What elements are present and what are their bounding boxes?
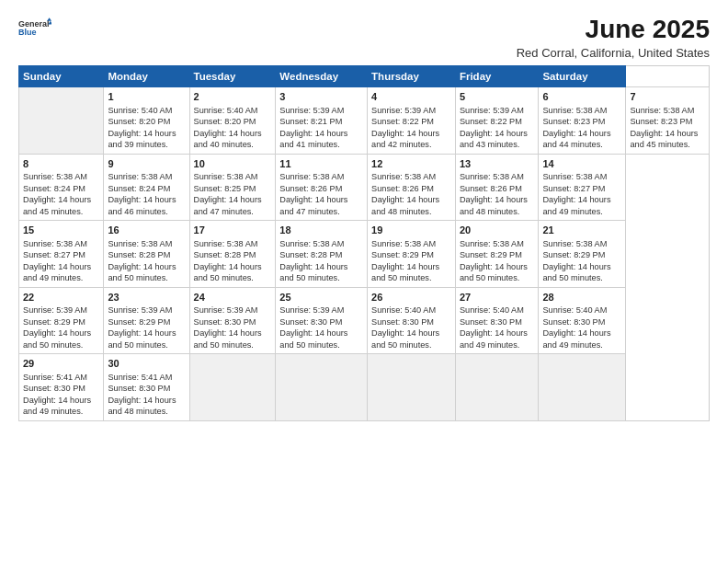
day-detail: Sunset: 8:30 PM [542,317,605,327]
day-number: 9 [108,157,185,171]
day-number: 10 [194,157,272,171]
day-detail: Sunrise: 5:38 AM [23,172,87,181]
day-detail: Daylight: 14 hours and 50 minutes. [23,328,91,349]
day-detail: Daylight: 14 hours and 50 minutes. [279,262,347,282]
day-number: 6 [542,90,621,104]
day-detail: Daylight: 14 hours and 49 minutes. [23,262,91,282]
day-detail: Sunset: 8:20 PM [194,117,256,126]
day-number: 4 [371,90,451,104]
calendar-cell: 26Sunrise: 5:40 AMSunset: 8:30 PMDayligh… [368,287,456,354]
day-detail: Sunrise: 5:39 AM [194,305,258,315]
day-detail: Sunrise: 5:38 AM [542,172,607,181]
day-number: 21 [542,224,621,237]
day-detail: Daylight: 14 hours and 50 minutes. [194,328,262,349]
day-detail: Sunrise: 5:38 AM [460,239,524,248]
day-detail: Sunset: 8:29 PM [542,250,605,259]
day-number: 3 [279,90,363,104]
day-detail: Sunrise: 5:40 AM [460,305,524,315]
day-detail: Sunset: 8:29 PM [108,317,170,327]
calendar-cell: 11Sunrise: 5:38 AMSunset: 8:26 PMDayligh… [276,154,368,221]
calendar-cell [455,354,539,421]
day-number: 12 [371,157,451,171]
day-detail: Sunset: 8:22 PM [371,117,434,126]
calendar-cell: 5Sunrise: 5:39 AMSunset: 8:22 PMDaylight… [455,87,539,155]
day-detail: Sunrise: 5:38 AM [194,239,258,248]
day-detail: Sunset: 8:29 PM [460,250,522,259]
calendar-cell [276,354,368,421]
day-number: 24 [194,291,272,304]
calendar-cell: 1Sunrise: 5:40 AMSunset: 8:20 PMDaylight… [104,87,189,155]
day-detail: Daylight: 14 hours and 49 minutes. [23,396,91,416]
day-detail: Sunset: 8:27 PM [23,250,85,259]
day-detail: Sunset: 8:22 PM [460,117,522,126]
day-detail: Sunrise: 5:40 AM [194,106,258,115]
day-number: 11 [279,157,363,171]
day-detail: Daylight: 14 hours and 42 minutes. [371,129,439,149]
day-number: 30 [108,357,185,371]
day-detail: Sunrise: 5:38 AM [542,106,607,115]
day-detail: Daylight: 14 hours and 50 minutes. [371,328,439,349]
day-detail: Daylight: 14 hours and 41 minutes. [279,129,347,149]
day-number: 17 [194,224,272,237]
day-detail: Sunrise: 5:39 AM [23,305,87,315]
day-number: 26 [371,291,451,304]
day-detail: Sunrise: 5:39 AM [279,305,344,315]
day-detail: Daylight: 14 hours and 48 minutes. [371,195,439,215]
sub-title: Red Corral, California, United States [517,46,710,60]
calendar-day-header: Wednesday [276,66,368,87]
day-detail: Sunrise: 5:41 AM [108,373,172,382]
day-detail: Sunset: 8:30 PM [23,384,85,393]
calendar-cell: 17Sunrise: 5:38 AMSunset: 8:28 PMDayligh… [189,221,276,288]
calendar-day-header: Saturday [539,66,626,87]
calendar-day-header: Tuesday [189,66,276,87]
day-number: 8 [23,157,99,171]
calendar-week-row: 1Sunrise: 5:40 AMSunset: 8:20 PMDaylight… [19,87,710,155]
calendar-cell [539,354,626,421]
calendar-cell: 22Sunrise: 5:39 AMSunset: 8:29 PMDayligh… [19,287,104,354]
day-number: 29 [23,357,99,371]
day-number: 19 [371,224,451,237]
calendar-day-header: Monday [104,66,189,87]
calendar-cell [19,87,104,155]
calendar-cell: 9Sunrise: 5:38 AMSunset: 8:24 PMDaylight… [104,154,189,221]
day-number: 14 [542,157,621,171]
calendar-cell: 19Sunrise: 5:38 AMSunset: 8:29 PMDayligh… [368,221,456,288]
day-detail: Daylight: 14 hours and 46 minutes. [108,195,176,215]
day-detail: Sunrise: 5:38 AM [23,239,87,248]
calendar-cell: 29Sunrise: 5:41 AMSunset: 8:30 PMDayligh… [19,354,104,421]
day-detail: Sunrise: 5:38 AM [371,239,436,248]
calendar-cell: 15Sunrise: 5:38 AMSunset: 8:27 PMDayligh… [19,221,104,288]
day-detail: Sunset: 8:30 PM [371,317,434,327]
day-detail: Sunrise: 5:39 AM [371,106,436,115]
day-number: 25 [279,291,363,304]
day-number: 20 [460,224,535,237]
day-detail: Daylight: 14 hours and 50 minutes. [279,328,347,349]
day-number: 28 [542,291,621,304]
svg-text:General: General [18,19,50,29]
day-detail: Sunset: 8:29 PM [23,317,85,327]
logo: General Blue [18,15,51,40]
calendar-cell [189,354,276,421]
day-detail: Sunrise: 5:38 AM [460,172,524,181]
day-detail: Sunset: 8:26 PM [460,184,522,193]
calendar-week-row: 8Sunrise: 5:38 AMSunset: 8:24 PMDaylight… [19,154,710,221]
day-number: 16 [108,224,185,237]
day-detail: Sunrise: 5:40 AM [108,106,172,115]
calendar-week-row: 15Sunrise: 5:38 AMSunset: 8:27 PMDayligh… [19,221,710,288]
day-detail: Sunrise: 5:38 AM [108,172,172,181]
day-detail: Sunset: 8:26 PM [279,184,342,193]
day-detail: Sunrise: 5:41 AM [23,373,87,382]
day-detail: Sunset: 8:30 PM [460,317,522,327]
day-detail: Sunset: 8:23 PM [630,117,692,126]
calendar-cell: 30Sunrise: 5:41 AMSunset: 8:30 PMDayligh… [104,354,189,421]
day-detail: Sunset: 8:28 PM [108,250,170,259]
day-detail: Sunrise: 5:38 AM [371,172,436,181]
day-detail: Daylight: 14 hours and 48 minutes. [460,195,528,215]
calendar-cell: 23Sunrise: 5:39 AMSunset: 8:29 PMDayligh… [104,287,189,354]
calendar-cell: 3Sunrise: 5:39 AMSunset: 8:21 PMDaylight… [276,87,368,155]
day-number: 22 [23,291,99,304]
calendar-day-header: Sunday [19,66,104,87]
calendar-week-row: 22Sunrise: 5:39 AMSunset: 8:29 PMDayligh… [19,287,710,354]
calendar-cell: 7Sunrise: 5:38 AMSunset: 8:23 PMDaylight… [626,87,710,155]
day-detail: Sunrise: 5:38 AM [108,239,172,248]
